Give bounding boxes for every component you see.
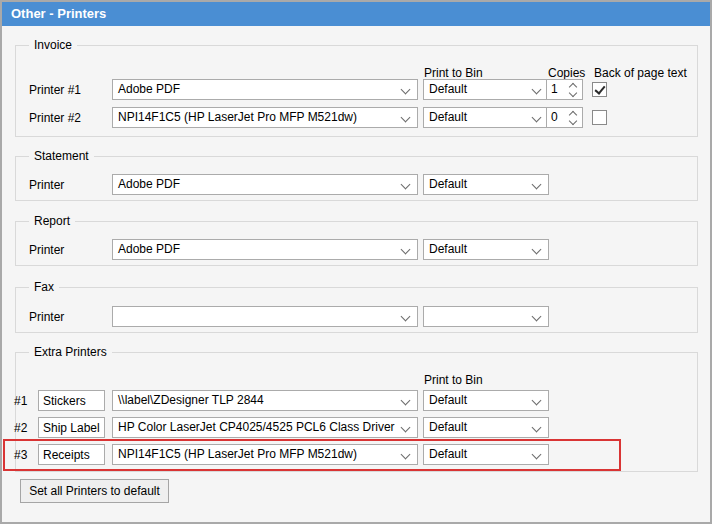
invoice-back-of-page2-checkbox[interactable] [592, 110, 607, 125]
copies-header: Copies [548, 66, 585, 80]
extra-row2-name-input[interactable] [38, 417, 105, 438]
invoice-printer2-value: NPI14F1C5 (HP LaserJet Pro MFP M521dw) [118, 110, 357, 124]
chevron-down-icon [401, 423, 411, 433]
extra-row3-number: #3 [14, 448, 27, 462]
extra-row3-bin-select[interactable]: Default [423, 444, 549, 465]
extra-row1-name-input[interactable] [38, 390, 105, 411]
report-printer-label: Printer [29, 243, 64, 257]
chevron-down-icon [532, 85, 542, 95]
extra-row2-printer-select[interactable]: HP Color LaserJet CP4025/4525 PCL6 Class… [112, 417, 418, 438]
chevron-down-icon[interactable] [568, 118, 578, 126]
report-bin-select[interactable]: Default [423, 239, 549, 260]
fax-printer-label: Printer [29, 310, 64, 324]
report-printer-select[interactable]: Adobe PDF [112, 239, 418, 260]
chevron-down-icon [401, 245, 411, 255]
extra-row3-bin-value: Default [429, 447, 467, 461]
extra-row1-printer-value: \\label\ZDesigner TLP 2844 [118, 393, 264, 407]
extra-row3-printer-value: NPI14F1C5 (HP LaserJet Pro MFP M521dw) [118, 447, 357, 461]
invoice-printer1-label: Printer #1 [29, 83, 81, 97]
back-of-page-header: Back of page text [594, 66, 687, 80]
check-icon [594, 83, 605, 95]
report-printer-value: Adobe PDF [118, 242, 180, 256]
extra-row2-printer-value: HP Color LaserJet CP4025/4525 PCL6 Class… [118, 420, 395, 434]
invoice-printer1-value: Adobe PDF [118, 82, 180, 96]
invoice-copies2-value: 0 [551, 111, 558, 124]
invoice-back-of-page1-checkbox[interactable] [592, 82, 607, 97]
chevron-down-icon [401, 113, 411, 123]
extra-row1-number: #1 [14, 394, 27, 408]
extra-row3-name-input[interactable] [38, 444, 105, 465]
set-all-printers-default-button[interactable]: Set all Printers to default [20, 479, 169, 503]
statement-printer-select[interactable]: Adobe PDF [112, 174, 418, 195]
extra-printers-group-legend: Extra Printers [29, 345, 112, 360]
fax-bin-select[interactable] [423, 306, 549, 327]
statement-printer-label: Printer [29, 178, 64, 192]
print-to-bin-header: Print to Bin [424, 66, 483, 80]
chevron-down-icon [532, 423, 542, 433]
chevron-down-icon [532, 245, 542, 255]
invoice-bin2-select[interactable]: Default [423, 107, 549, 128]
chevron-down-icon [401, 180, 411, 190]
extra-row1-printer-select[interactable]: \\label\ZDesigner TLP 2844 [112, 390, 418, 411]
statement-group-legend: Statement [29, 149, 94, 164]
invoice-copies1-value: 1 [551, 83, 558, 96]
invoice-copies1-stepper[interactable]: 1 [546, 79, 583, 100]
chevron-down-icon [401, 85, 411, 95]
statement-bin-select[interactable]: Default [423, 174, 549, 195]
report-group-legend: Report [29, 214, 75, 229]
chevron-down-icon [532, 450, 542, 460]
chevron-down-icon [401, 312, 411, 322]
invoice-copies2-stepper[interactable]: 0 [546, 107, 583, 128]
extra-row2-bin-select[interactable]: Default [423, 417, 549, 438]
fax-printer-select[interactable] [112, 306, 418, 327]
extra-row1-bin-select[interactable]: Default [423, 390, 549, 411]
invoice-bin2-value: Default [429, 110, 467, 124]
chevron-down-icon [532, 312, 542, 322]
report-bin-value: Default [429, 242, 467, 256]
extra-row1-bin-value: Default [429, 393, 467, 407]
chevron-down-icon [401, 450, 411, 460]
window-title: Other - Printers [2, 2, 710, 26]
invoice-group-legend: Invoice [29, 38, 77, 53]
printers-settings-window: Other - Printers Invoice Print to Bin Co… [0, 0, 712, 524]
extra-row3-printer-select[interactable]: NPI14F1C5 (HP LaserJet Pro MFP M521dw) [112, 444, 418, 465]
extra-print-to-bin-header: Print to Bin [424, 373, 483, 387]
invoice-printer1-select[interactable]: Adobe PDF [112, 79, 418, 100]
fax-group-legend: Fax [29, 280, 59, 295]
chevron-down-icon [401, 396, 411, 406]
chevron-down-icon [532, 113, 542, 123]
chevron-down-icon [532, 396, 542, 406]
invoice-printer2-select[interactable]: NPI14F1C5 (HP LaserJet Pro MFP M521dw) [112, 107, 418, 128]
invoice-bin1-select[interactable]: Default [423, 79, 549, 100]
chevron-down-icon [532, 180, 542, 190]
extra-row2-bin-value: Default [429, 420, 467, 434]
statement-bin-value: Default [429, 177, 467, 191]
invoice-bin1-value: Default [429, 82, 467, 96]
extra-row2-number: #2 [14, 421, 27, 435]
chevron-down-icon[interactable] [568, 90, 578, 98]
invoice-printer2-label: Printer #2 [29, 111, 81, 125]
statement-printer-value: Adobe PDF [118, 177, 180, 191]
